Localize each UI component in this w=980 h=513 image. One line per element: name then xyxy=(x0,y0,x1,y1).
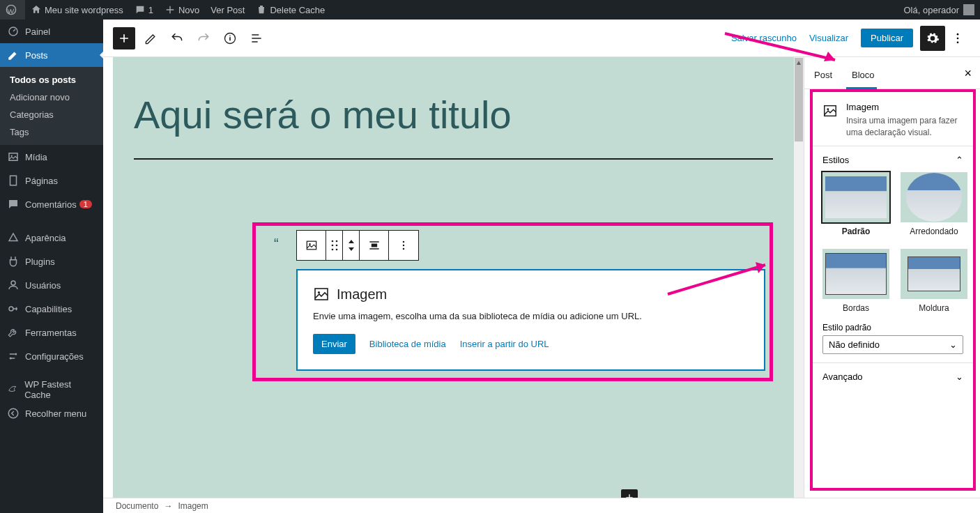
image-block-desc: Envie uma imagem, escolha uma da sua bib… xyxy=(313,311,749,321)
menu-dashboard[interactable]: Painel xyxy=(0,20,103,43)
menu-capabilities[interactable]: Capabilities xyxy=(0,297,103,321)
inspector-block-desc: Insira uma imagem para fazer uma declara… xyxy=(846,115,963,139)
drag-handle[interactable] xyxy=(326,231,343,260)
svg-point-5 xyxy=(11,281,15,285)
menu-comments[interactable]: Comentários1 xyxy=(0,192,103,216)
user-greeting[interactable]: Olá, operador xyxy=(898,0,981,20)
svg-point-25 xyxy=(403,248,405,250)
panel-styles-header[interactable]: Estilos⌃ xyxy=(822,155,963,165)
breadcrumb-current[interactable]: Imagem xyxy=(178,501,208,511)
svg-point-16 xyxy=(331,240,333,243)
image-icon xyxy=(313,286,330,303)
inspector-tabs: Post Bloco × xyxy=(804,57,980,89)
wp-logo[interactable] xyxy=(0,0,25,20)
svg-point-8 xyxy=(10,358,12,360)
svg-point-11 xyxy=(957,33,959,35)
menu-posts[interactable]: Posts xyxy=(0,43,103,67)
annotation-inspector-highlight: Imagem Insira uma imagem para fazer uma … xyxy=(810,89,976,491)
editor-topbar: Salvar rascunho Visualizar Publicar xyxy=(103,20,980,57)
svg-point-24 xyxy=(403,245,405,247)
save-draft-link[interactable]: Salvar rascunho xyxy=(731,33,797,43)
submenu-tags[interactable]: Tags xyxy=(0,123,103,141)
close-inspector[interactable]: × xyxy=(964,66,972,81)
block-toolbar xyxy=(296,230,419,261)
avatar xyxy=(963,4,974,15)
menu-tools[interactable]: Ferramentas xyxy=(0,321,103,344)
menu-pages[interactable]: Páginas xyxy=(0,169,103,192)
block-more[interactable] xyxy=(389,231,418,260)
undo-button[interactable] xyxy=(166,27,188,49)
redo-button[interactable] xyxy=(192,27,215,49)
media-library-link[interactable]: Biblioteca de mídia xyxy=(369,339,446,349)
align-button[interactable] xyxy=(360,231,389,260)
menu-wp-fastest-cache[interactable]: WP Fastest Cache xyxy=(0,378,103,401)
svg-point-19 xyxy=(335,245,337,247)
submenu-all-posts[interactable]: Todos os posts xyxy=(0,71,103,89)
menu-appearance[interactable]: Aparência xyxy=(0,226,103,250)
block-type-icon[interactable] xyxy=(297,231,326,260)
svg-point-23 xyxy=(403,241,405,243)
preview-link[interactable]: Visualizar xyxy=(809,33,848,43)
comments-count: 1 xyxy=(148,5,153,15)
submenu-posts: Todos os posts Adicionar novo Categorias… xyxy=(0,67,103,145)
default-style-select[interactable]: Não definido⌄ xyxy=(822,335,963,354)
image-icon xyxy=(822,103,838,118)
menu-plugins[interactable]: Plugins xyxy=(0,250,103,273)
add-block-button[interactable] xyxy=(113,27,135,49)
upload-button[interactable]: Enviar xyxy=(313,334,355,354)
style-option-border[interactable]: Bordas xyxy=(822,249,889,313)
new-link[interactable]: Novo xyxy=(159,0,205,20)
add-block-inline[interactable] xyxy=(621,489,638,498)
menu-collapse[interactable]: Recolher menu xyxy=(0,401,103,425)
menu-users[interactable]: Usuários xyxy=(0,273,103,297)
svg-point-6 xyxy=(9,307,13,311)
move-arrows[interactable] xyxy=(343,231,360,260)
panel-advanced[interactable]: Avançado⌄ xyxy=(813,362,973,390)
annotation-block-highlight: “ Imagem Envie uma imagem, escolha uma d… xyxy=(252,222,773,381)
view-post-link[interactable]: Ver Post xyxy=(205,0,250,20)
svg-rect-4 xyxy=(10,176,17,185)
breadcrumb-root[interactable]: Documento xyxy=(116,501,158,511)
chevron-up-icon: ⌃ xyxy=(956,155,963,165)
style-option-frame[interactable]: Moldura xyxy=(901,249,967,313)
style-option-default[interactable]: Padrão xyxy=(822,172,889,236)
post-title[interactable]: Aqui será o meu titulo xyxy=(134,92,773,160)
menu-media[interactable]: Mídia xyxy=(0,145,103,169)
outline-button[interactable] xyxy=(245,27,268,49)
publish-button[interactable]: Publicar xyxy=(861,29,913,47)
submenu-add-post[interactable]: Adicionar novo xyxy=(0,89,103,106)
svg-point-9 xyxy=(8,408,18,418)
panel-styles: Estilos⌃ Padrão Arredondado Bordas Moldu… xyxy=(813,146,973,362)
svg-point-13 xyxy=(957,41,959,43)
menu-settings[interactable]: Configurações xyxy=(0,344,103,368)
tab-block[interactable]: Bloco xyxy=(842,61,885,89)
quote-icon: “ xyxy=(274,236,279,252)
admin-bar: Meu site wordpress 1 Novo Ver Post Delet… xyxy=(0,0,980,20)
more-options[interactable] xyxy=(945,26,970,51)
delete-cache-link[interactable]: Delete Cache xyxy=(250,0,330,20)
site-link[interactable]: Meu site wordpress xyxy=(25,0,129,20)
svg-rect-22 xyxy=(371,244,376,247)
info-button[interactable] xyxy=(219,27,241,49)
submenu-categories[interactable]: Categorias xyxy=(0,106,103,123)
svg-point-12 xyxy=(957,37,959,39)
default-style-label: Estilo padrão xyxy=(822,323,963,332)
style-option-rounded[interactable]: Arredondado xyxy=(901,172,967,236)
site-name: Meu site wordpress xyxy=(45,5,123,15)
scrollbar[interactable]: ▲ xyxy=(794,57,804,498)
editor-canvas-wrap[interactable]: Aqui será o meu titulo “ Imagem Envie um… xyxy=(103,57,804,498)
tab-post[interactable]: Post xyxy=(804,61,842,89)
inspector: Post Bloco × Imagem Insira uma imagem pa… xyxy=(804,57,980,498)
inspector-block-title: Imagem xyxy=(846,102,963,112)
from-url-link[interactable]: Inserir a partir do URL xyxy=(460,339,549,349)
svg-point-29 xyxy=(827,108,829,110)
comments-badge: 1 xyxy=(79,200,92,208)
breadcrumb: Documento → Imagem xyxy=(103,498,980,513)
svg-point-18 xyxy=(331,245,333,247)
settings-toggle[interactable] xyxy=(920,26,945,51)
admin-menu: Painel Posts Todos os posts Adicionar no… xyxy=(0,20,103,513)
comments-link[interactable]: 1 xyxy=(129,0,159,20)
chevron-down-icon: ⌄ xyxy=(956,372,963,382)
tools-toggle[interactable] xyxy=(139,27,162,49)
svg-point-7 xyxy=(15,353,17,355)
